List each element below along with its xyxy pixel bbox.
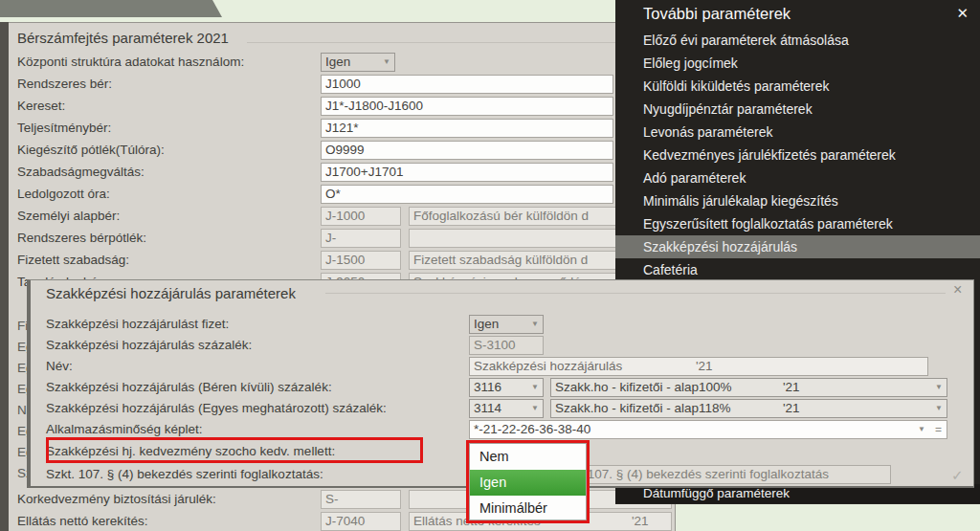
kedvezmeny-dropdown-list: Nem Igen Minimálbér (469, 443, 587, 520)
central-structure-combo[interactable]: Igen ▼ (321, 53, 395, 72)
menu-item-ado[interactable]: Adó paraméterek (615, 166, 980, 189)
window-title: Bérszámfejtés paraméterek 2021 (17, 30, 229, 46)
screen: Bérszámfejtés paraméterek 2021 Központi … (0, 0, 980, 531)
chevron-down-icon: ▼ (531, 404, 539, 413)
menu-item-egyszerusitett[interactable]: Egyszerűsített foglalkoztatás paramétere… (615, 212, 980, 235)
menu-item-nyugdijpenztar[interactable]: Nyugdíjpénztár paraméterek (615, 98, 980, 121)
berpotlek-code: J- (321, 229, 401, 248)
beren-kivuli-desc-combo[interactable]: Szakk.ho - kifizetői - alap100% '21 ▼ (550, 378, 947, 397)
year-text: '21 (696, 359, 713, 373)
chevron-down-icon: ▼ (383, 57, 390, 67)
menu-item-kedvezmenyes-jarulek[interactable]: Kedvezményes járulékfizetés paraméterek (615, 144, 980, 166)
field-label: Személyi alapbér: (17, 209, 120, 223)
dropdown-option-igen-selected[interactable]: Igen (470, 470, 586, 496)
dialog-title-rule (325, 293, 946, 294)
teljesitmenyber-input[interactable]: J121* (321, 119, 613, 138)
menu-item-elozo-evi[interactable]: Előző évi paraméterek átmásolása (615, 29, 980, 52)
year-text: '21 (783, 401, 800, 415)
title-rule (247, 42, 672, 43)
chevron-down-icon: ▼ (935, 383, 943, 392)
field-label: Szabadságmegváltás: (17, 165, 145, 179)
combo-value: 3114 (474, 401, 501, 415)
nev-field[interactable]: Szakképzési hozzájárulás '21 (469, 357, 928, 376)
fizetett-szabadsag-code: J-1500 (321, 251, 401, 270)
year-text: '21 (632, 514, 649, 528)
szemelyi-alapber-code: J-1000 (321, 207, 401, 226)
egyes-meghatarozott-code-combo[interactable]: 3114 ▼ (469, 399, 544, 418)
menu-item-cafeteria[interactable]: Cafetéria (615, 258, 980, 281)
ellatas-kerekites-code: J-7040 (321, 512, 401, 531)
menu-item-levonas[interactable]: Levonás paraméterek (615, 121, 980, 144)
window-left-border (0, 22, 9, 531)
szazalek-code-field: S-3100 (469, 336, 544, 355)
field-label: Szakképzési hozzájárulás (Béren kívüli) … (46, 380, 332, 394)
dropdown-option-nem[interactable]: Nem (470, 444, 586, 470)
field-label: Alkalmazásminőség képlet: (46, 422, 203, 436)
field-label: Szakképzési hozzájárulás (Egyes meghatár… (46, 401, 387, 415)
chevron-down-icon: ▼ (935, 404, 943, 413)
dropdown-option-minimalber[interactable]: Minimálbér (470, 496, 586, 521)
combo-value: Igen (325, 55, 350, 69)
equals-icon[interactable]: = (935, 423, 942, 436)
szabadsagmegvaltas-input[interactable]: J1700+J1701 (321, 163, 613, 182)
field-label: Rendszeres bér: (17, 77, 112, 91)
field-label: Rendszeres bérpótlék: (17, 231, 146, 245)
combo-value: Szakk.ho - kifizetői - alap118% (555, 401, 731, 415)
field-label: Szkt. 107. § (4) bekezdés szerinti fogla… (46, 467, 323, 481)
menu-item-eloleg-jogcimek[interactable]: Előleg jogcímek (615, 52, 980, 75)
dialog-title: Szakképzési hozzájárulás paraméterek (46, 285, 296, 301)
szkt-107-field: Szkt. 107. § (4) bekezdés szerinti fogla… (550, 465, 891, 484)
chevron-down-icon: ▼ (531, 383, 539, 392)
field-label: Kiegészítő pótlék(Túlóra): (17, 143, 165, 157)
close-icon[interactable]: ✕ (956, 5, 969, 22)
field-label: Kereset: (17, 99, 65, 113)
menu-item-minimalis-jarulekalap[interactable]: Minimális járulékalap kiegészítés (615, 189, 980, 212)
field-label: Ellátás nettó kerekítés: (17, 514, 148, 528)
field-label: Korkedvezmény biztosítási járulék: (17, 492, 216, 506)
chevron-down-icon: ▼ (531, 320, 539, 329)
field-label: Teljesítménybér: (17, 121, 111, 135)
fizet-combo[interactable]: Igen ▼ (469, 315, 544, 334)
chevron-down-icon[interactable]: ▼ (918, 425, 925, 434)
kiegeszito-potlek-input[interactable]: O9999 (321, 141, 613, 160)
close-icon[interactable]: × (953, 281, 962, 299)
alkalmazasminoseg-keplet-field[interactable]: *-21-22-26-36-38-40 ▼ = (469, 420, 947, 439)
menu-item-kulfoldi-kikuldetes[interactable]: Külföldi kiküldetés paraméterek (615, 75, 980, 98)
rendszeres-ber-input[interactable]: J1000 (321, 75, 613, 94)
field-label: Központi struktúra adatokat használom: (17, 55, 244, 69)
combo-value: Igen (474, 317, 499, 331)
egyes-meghatarozott-desc-combo[interactable]: Szakk.ho - kifizetői - alap118% '21 ▼ (550, 399, 947, 418)
name-text: Szakképzési hozzájárulás (474, 359, 622, 373)
field-label: Szakképzési hozzájárulás százalék: (46, 338, 252, 352)
field-label: Név: (46, 359, 73, 373)
ledolgozott-ora-input[interactable]: O* (321, 185, 613, 204)
beren-kivuli-code-combo[interactable]: 3116 ▼ (469, 378, 544, 397)
highlight-rectangle-label (46, 437, 423, 463)
field-label: Fizetett szabadság: (17, 253, 129, 267)
korkedvezmeny-code: S- (321, 490, 401, 509)
field-label: Ledolgozott óra: (17, 187, 110, 201)
menu-item-szakkepzesi-selected[interactable]: Szakképzési hozzájárulás (615, 235, 980, 258)
top-gray-bar (0, 0, 222, 17)
kereset-input[interactable]: J1*-J1800-J1600 (321, 97, 613, 116)
apply-check-icon[interactable]: ✓ (951, 467, 964, 484)
year-text: '21 (783, 380, 800, 394)
formula-text: *-21-22-26-36-38-40 (474, 422, 590, 436)
field-label: Szakképzési hozzájárulást fizet: (46, 317, 229, 331)
combo-value: Szakk.ho - kifizetői - alap100% (555, 380, 732, 394)
combo-value: 3116 (474, 380, 501, 394)
menu-title: További paraméterek (643, 5, 791, 23)
